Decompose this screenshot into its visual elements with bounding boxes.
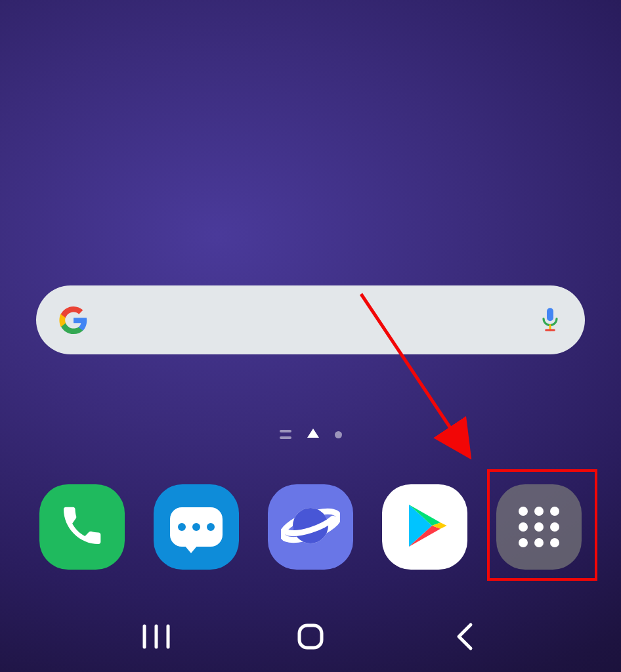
app-drawer-button[interactable] <box>496 484 582 570</box>
recents-button[interactable] <box>137 623 176 653</box>
page-indicator <box>0 430 621 439</box>
home-screen <box>0 0 621 672</box>
home-button[interactable] <box>291 623 330 653</box>
svg-rect-10 <box>299 625 322 648</box>
messages-app[interactable] <box>154 484 239 570</box>
page-indicator-dot-icon <box>335 431 342 438</box>
internet-app[interactable] <box>268 484 353 570</box>
phone-app[interactable] <box>39 484 125 570</box>
play-store-icon <box>398 499 451 555</box>
page-indicator-home-icon <box>307 429 319 438</box>
google-search-bar[interactable] <box>36 285 585 354</box>
app-grid-icon <box>519 507 559 547</box>
dock <box>0 484 621 570</box>
phone-icon <box>60 504 104 550</box>
svg-rect-0 <box>547 308 553 321</box>
recents-icon <box>142 623 171 652</box>
google-logo-icon <box>58 305 89 335</box>
messages-icon <box>170 507 223 547</box>
back-chevron-icon <box>455 622 475 654</box>
page-indicator-menu-icon <box>280 430 291 439</box>
play-store-app[interactable] <box>382 484 467 570</box>
microphone-icon[interactable] <box>538 308 563 333</box>
planet-icon <box>281 496 340 558</box>
back-button[interactable] <box>445 623 484 653</box>
system-navigation-bar <box>0 603 621 672</box>
home-outline-icon <box>297 623 324 653</box>
